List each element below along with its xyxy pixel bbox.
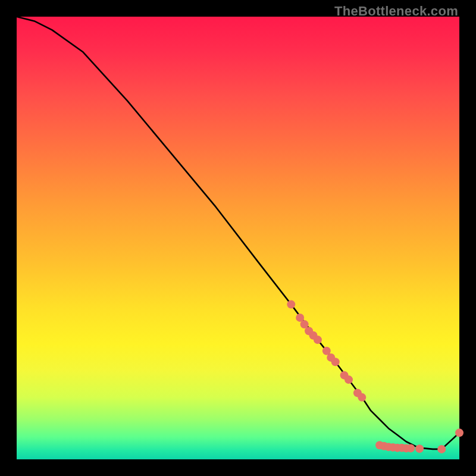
- data-point-marker: [287, 300, 295, 309]
- data-point-marker: [415, 444, 424, 453]
- data-point-marker: [331, 358, 340, 366]
- marker-group: [287, 300, 464, 453]
- data-point-marker: [345, 375, 353, 384]
- chart-stage: TheBottleneck.com: [0, 0, 476, 476]
- bottleneck-curve: [17, 17, 459, 449]
- data-point-marker: [358, 393, 366, 402]
- data-point-marker: [437, 445, 446, 453]
- data-point-marker: [455, 428, 464, 437]
- data-point-marker: [314, 336, 322, 344]
- chart-svg: [17, 17, 459, 459]
- data-point-marker: [406, 444, 415, 452]
- plot-area: [17, 17, 459, 459]
